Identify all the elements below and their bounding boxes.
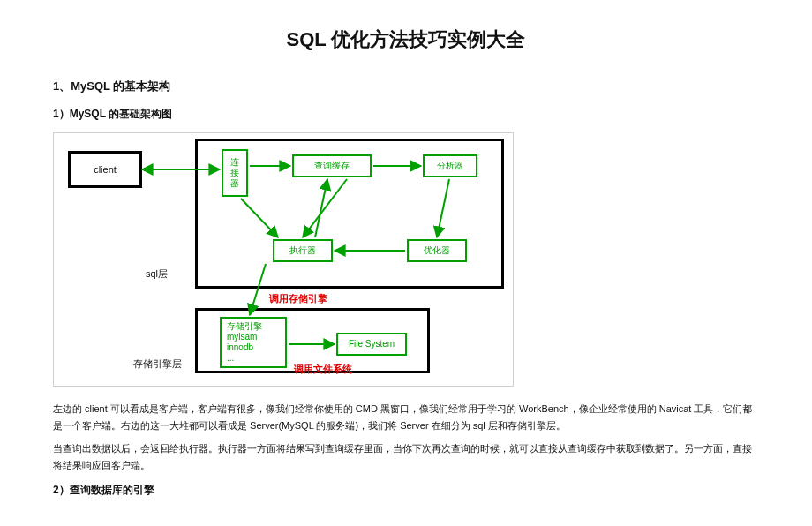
- diagram-storage-layer-label: 存储引擎层: [133, 356, 182, 372]
- diagram-analyzer-box: 分析器: [423, 154, 477, 177]
- diagram-client-label: client: [94, 162, 117, 178]
- subsection-2-heading: 2）查询数据库的引擎: [53, 481, 759, 499]
- diagram-connector-box: 连 接 器: [222, 149, 248, 197]
- paragraph-2: 当查询出数据以后，会返回给执行器。执行器一方面将结果写到查询缓存里面，当你下次再…: [53, 440, 759, 473]
- mysql-architecture-diagram: client sql层 存储引擎层 连 接 器 查询缓存 分析器 执行器 优化器…: [53, 132, 514, 387]
- paragraph-1: 左边的 client 可以看成是客户端，客户端有很多，像我们经常你使用的 CMD…: [53, 401, 759, 433]
- section-1-heading: 1、MySQL 的基本架构: [53, 77, 759, 96]
- diagram-optimizer-box: 优化器: [407, 239, 467, 262]
- document-title: SQL 优化方法技巧实例大全: [53, 23, 759, 56]
- diagram-query-cache-box: 查询缓存: [292, 154, 372, 177]
- subsection-1-heading: 1）MySQL 的基础架构图: [53, 105, 759, 123]
- diagram-storage-engine-box: 存储引擎 myisam innodb ...: [220, 317, 287, 368]
- diagram-call-filesystem-label: 调用文件系统: [294, 361, 352, 378]
- diagram-sql-layer-label: sql层: [146, 266, 168, 282]
- diagram-call-storage-label: 调用存储引擎: [269, 290, 327, 307]
- diagram-executor-box: 执行器: [273, 239, 333, 262]
- diagram-filesystem-box: File System: [336, 333, 407, 356]
- diagram-client-box: client: [68, 151, 142, 188]
